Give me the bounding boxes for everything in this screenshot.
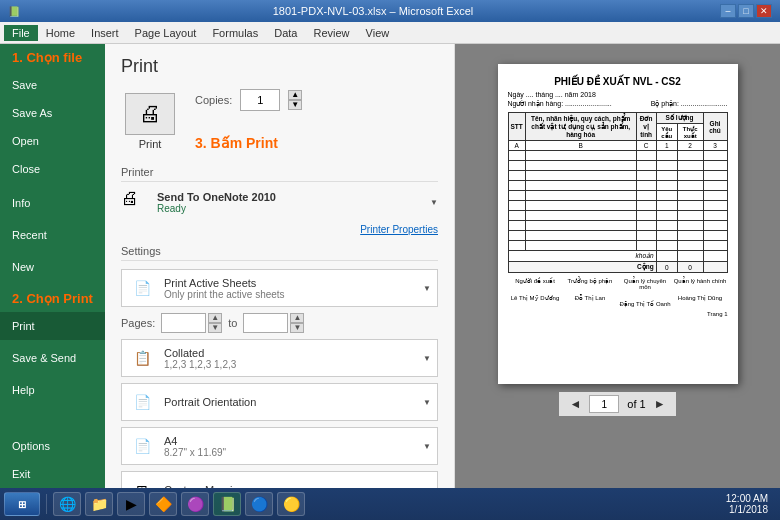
collated-name: Collated [164, 347, 423, 359]
menu-review[interactable]: Review [305, 25, 357, 41]
orientation-arrow[interactable]: ▼ [423, 398, 431, 407]
taskbar-clock: 12:00 AM 1/1/2018 [726, 493, 776, 515]
taskbar-folder[interactable]: 📁 [85, 492, 113, 516]
page-number-input[interactable] [589, 395, 619, 413]
collated-arrow[interactable]: ▼ [423, 354, 431, 363]
col-note: Ghi chú [703, 113, 727, 141]
preview-table: STT Tên, nhãn hiệu, quy cách, phẩm chất … [508, 112, 728, 273]
setting-collated[interactable]: 📋 Collated 1,2,3 1,2,3 1,2,3 ▼ [121, 339, 438, 377]
instruction-2: 2. Chọn Print [0, 285, 105, 312]
cong-label: Cộng [508, 262, 656, 273]
backstage-options[interactable]: Options [0, 432, 105, 460]
active-sheets-arrow[interactable]: ▼ [423, 284, 431, 293]
backstage-save[interactable]: Save [0, 71, 105, 99]
minimize-button[interactable]: – [720, 4, 736, 18]
backstage-open[interactable]: Open [0, 127, 105, 155]
printer-row[interactable]: 🖨 Send To OneNote 2010 Ready ▼ [121, 188, 438, 216]
menu-page-layout[interactable]: Page Layout [127, 25, 205, 41]
backstage-close[interactable]: Close [0, 155, 105, 183]
preview-page: PHIẾU ĐỀ XUẤT NVL - CS2 Ngày .... tháng … [498, 64, 738, 384]
prev-page-button[interactable]: ◄ [569, 397, 581, 411]
paper-size-arrow[interactable]: ▼ [423, 442, 431, 451]
col-desc: Tên, nhãn hiệu, quy cách, phẩm chất vật … [525, 113, 636, 141]
taskbar-media[interactable]: ▶ [117, 492, 145, 516]
table-row [508, 201, 727, 211]
table-row [508, 181, 727, 191]
table-row [508, 171, 727, 181]
table-row [508, 241, 727, 251]
letter-2: 2 [677, 141, 703, 151]
cong-row: Cộng 0 0 [508, 262, 727, 273]
preview-date-line: Ngày .... tháng .... năm 2018 [508, 91, 728, 98]
letter-a: A [508, 141, 525, 151]
setting-active-sheets[interactable]: 📄 Print Active Sheets Only print the act… [121, 269, 438, 307]
menu-file[interactable]: File [4, 25, 38, 41]
copies-down[interactable]: ▼ [288, 100, 302, 110]
taskbar-excel[interactable]: 📗 [213, 492, 241, 516]
taskbar-app2[interactable]: 🟣 [181, 492, 209, 516]
taskbar-ie[interactable]: 🌐 [53, 492, 81, 516]
menu-insert[interactable]: Insert [83, 25, 127, 41]
pages-row: Pages: ▲ ▼ to ▲ ▼ [121, 313, 438, 333]
backstage-save-send[interactable]: Save & Send [0, 344, 105, 372]
pages-from-down[interactable]: ▼ [208, 323, 222, 333]
menu-home[interactable]: Home [38, 25, 83, 41]
table-row [508, 161, 727, 171]
preview-footer: Người đề xuất Lê Thị Mỹ Dương Trưởng bộ … [508, 277, 728, 307]
print-button[interactable]: 🖨 Print [121, 89, 179, 154]
setting-margins[interactable]: ⊞ Custom Margins ▼ [121, 471, 438, 488]
backstage-save-as[interactable]: Save As [0, 99, 105, 127]
backstage-new[interactable]: New [0, 253, 105, 281]
pages-from-up[interactable]: ▲ [208, 313, 222, 323]
taskbar-app4[interactable]: 🟡 [277, 492, 305, 516]
collated-icon: 📋 [128, 344, 156, 372]
pages-to-down[interactable]: ▼ [290, 323, 304, 333]
orientation-info: Portrait Orientation [164, 396, 423, 408]
backstage-exit[interactable]: Exit [0, 460, 105, 488]
copies-up[interactable]: ▲ [288, 90, 302, 100]
close-button[interactable]: ✕ [756, 4, 772, 18]
paper-size-icon: 📄 [128, 432, 156, 460]
preview-document-title: PHIẾU ĐỀ XUẤT NVL - CS2 [508, 76, 728, 87]
footer-col2: Trưởng bộ phận Đỗ Thị Lan [563, 277, 618, 307]
setting-orientation[interactable]: 📄 Portrait Orientation ▼ [121, 383, 438, 421]
pages-to-up[interactable]: ▲ [290, 313, 304, 323]
pages-from-input[interactable] [161, 313, 206, 333]
menu-data[interactable]: Data [266, 25, 305, 41]
printer-properties-link[interactable]: Printer Properties [121, 224, 438, 235]
menu-view[interactable]: View [358, 25, 398, 41]
orientation-name: Portrait Orientation [164, 396, 423, 408]
footer-col2-title: Trưởng bộ phận [563, 277, 618, 284]
pages-label: Pages: [121, 317, 155, 329]
taskbar: ⊞ 🌐 📁 ▶ 🔶 🟣 📗 🔵 🟡 12:00 AM 1/1/2018 [0, 488, 780, 520]
copies-input[interactable] [240, 89, 280, 111]
footer-col4-name: Hoàng Thị Dũng [673, 294, 728, 301]
preview-page-label: Trang 1 [508, 311, 728, 317]
backstage-info[interactable]: Info [0, 189, 105, 217]
active-sheets-info: Print Active Sheets Only print the activ… [164, 277, 423, 300]
instruction-1: 1. Chọn file [0, 44, 105, 71]
next-page-button[interactable]: ► [654, 397, 666, 411]
backstage-recent[interactable]: Recent [0, 221, 105, 249]
backstage-help[interactable]: Help [0, 376, 105, 404]
letter-b: B [525, 141, 636, 151]
preview-panel: PHIẾU ĐỀ XUẤT NVL - CS2 Ngày .... tháng … [455, 44, 780, 488]
setting-paper-size[interactable]: 📄 A4 8.27" x 11.69" ▼ [121, 427, 438, 465]
start-button[interactable]: ⊞ [4, 492, 40, 516]
collated-info: Collated 1,2,3 1,2,3 1,2,3 [164, 347, 423, 370]
window-title: 1801-PDX-NVL-03.xlsx – Microsoft Excel [26, 5, 720, 17]
letter-c: C [636, 141, 656, 151]
printer-dropdown-arrow[interactable]: ▼ [430, 198, 438, 207]
active-sheets-name: Print Active Sheets [164, 277, 423, 289]
taskbar-app1[interactable]: 🔶 [149, 492, 177, 516]
taskbar-app3[interactable]: 🔵 [245, 492, 273, 516]
preview-dept: Bộ phận: ........................ [651, 100, 728, 108]
cong-val1: 0 [656, 262, 677, 273]
table-row [508, 151, 727, 161]
preview-recipient: Người nhận hàng: .......................… [508, 100, 612, 108]
menu-formulas[interactable]: Formulas [204, 25, 266, 41]
backstage-print[interactable]: Print [0, 312, 105, 340]
maximize-button[interactable]: □ [738, 4, 754, 18]
paper-size-name: A4 [164, 435, 423, 447]
pages-to-input[interactable] [243, 313, 288, 333]
